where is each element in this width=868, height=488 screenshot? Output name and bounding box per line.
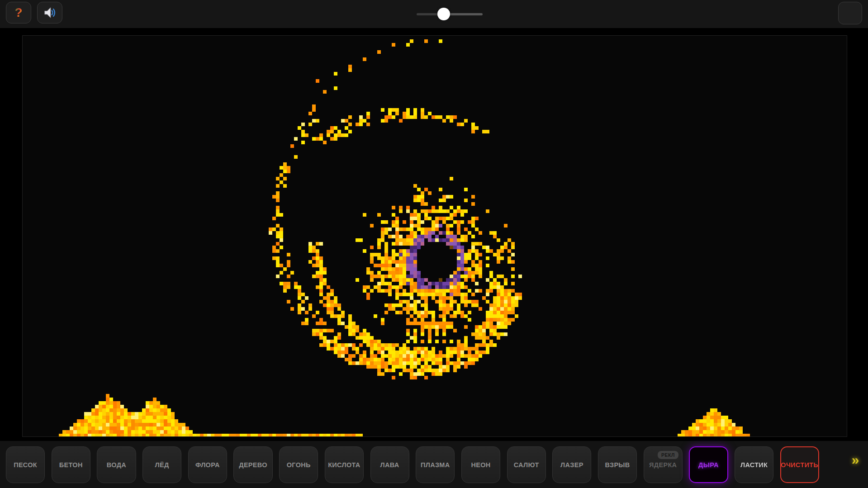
tool-label: ЛАСТИК xyxy=(740,461,768,469)
speaker-icon xyxy=(43,6,57,19)
tool-beton[interactable]: БЕТОН xyxy=(52,446,90,483)
sound-button[interactable] xyxy=(37,2,62,24)
double-chevron-right-icon: » xyxy=(852,452,859,467)
tool-label: НЕОН xyxy=(471,461,490,469)
tool-label: КИСЛОТА xyxy=(328,461,360,469)
tool-label: БЕТОН xyxy=(59,461,83,469)
tool-lastik[interactable]: ЛАСТИК xyxy=(735,446,773,483)
toolbar-more-button[interactable]: » xyxy=(845,449,865,471)
help-button[interactable]: ? xyxy=(6,2,31,24)
tool-yaderka[interactable]: ЯДЕРКАРЕКЛ xyxy=(644,446,683,483)
tool-label: ОЧИСТИТЬ xyxy=(781,461,818,469)
tool-flora[interactable]: ФЛОРА xyxy=(188,446,227,483)
tool-label: ОГОНЬ xyxy=(287,461,311,469)
tool-salyut[interactable]: САЛЮТ xyxy=(507,446,546,483)
tool-label: ДЕРЕВО xyxy=(239,461,267,469)
tool-label: ЛАВА xyxy=(380,461,399,469)
tool-label: ПЛАЗМА xyxy=(421,461,450,469)
tool-label: ЛЁД xyxy=(155,461,169,469)
tool-pesok[interactable]: ПЕСОК xyxy=(6,446,45,483)
tool-neon[interactable]: НЕОН xyxy=(461,446,500,483)
tool-label: ЯДЕРКА xyxy=(649,461,677,469)
tool-list: ПЕСОКБЕТОНВОДАЛЁДФЛОРАДЕРЕВООГОНЬКИСЛОТА… xyxy=(6,446,819,483)
tool-plazma[interactable]: ПЛАЗМА xyxy=(416,446,455,483)
tool-lazer[interactable]: ЛАЗЕР xyxy=(552,446,591,483)
slider-thumb[interactable] xyxy=(437,8,450,20)
tool-label: ФЛОРА xyxy=(195,461,220,469)
tool-dyra[interactable]: ДЫРА xyxy=(689,446,728,483)
question-mark-icon: ? xyxy=(14,5,22,20)
tool-vzryv[interactable]: ВЗРЫВ xyxy=(598,446,637,483)
topbar: ? xyxy=(0,0,868,28)
tool-ogon[interactable]: ОГОНЬ xyxy=(279,446,318,483)
tool-ochistit[interactable]: ОЧИСТИТЬ xyxy=(780,446,819,483)
sand-canvas[interactable] xyxy=(22,35,847,437)
tool-lava[interactable]: ЛАВА xyxy=(370,446,409,483)
toolbar: ПЕСОКБЕТОНВОДАЛЁДФЛОРАДЕРЕВООГОНЬКИСЛОТА… xyxy=(0,441,868,488)
brush-size-slider[interactable] xyxy=(417,0,483,28)
tool-kislota[interactable]: КИСЛОТА xyxy=(325,446,364,483)
tool-derevo[interactable]: ДЕРЕВО xyxy=(233,446,272,483)
tool-voda[interactable]: ВОДА xyxy=(97,446,136,483)
tool-label: ПЕСОК xyxy=(14,461,37,469)
tool-label: САЛЮТ xyxy=(514,461,539,469)
tool-label: ЛАЗЕР xyxy=(560,461,583,469)
tool-led[interactable]: ЛЁД xyxy=(142,446,181,483)
tool-label: ВОДА xyxy=(107,461,126,469)
tool-label: ДЫРА xyxy=(698,461,719,469)
tool-label: ВЗРЫВ xyxy=(605,461,630,469)
menu-button[interactable] xyxy=(838,2,862,24)
ad-badge: РЕКЛ xyxy=(658,451,678,459)
